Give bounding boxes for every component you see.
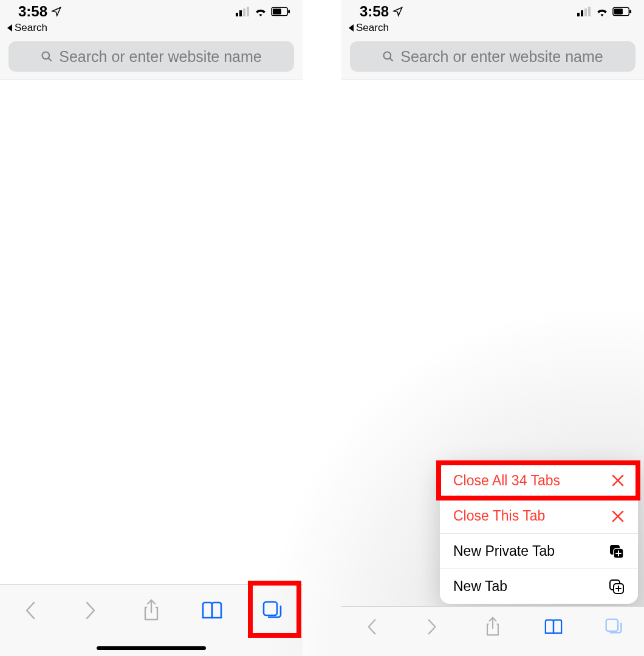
top-bar: 3:58 [0, 0, 303, 80]
svg-rect-3 [247, 7, 249, 16]
cellular-icon [577, 7, 592, 16]
svg-point-18 [384, 52, 391, 60]
tabs-button[interactable] [254, 592, 290, 629]
address-bar[interactable]: Search or enter website name [350, 41, 635, 72]
close-icon [611, 474, 625, 487]
address-placeholder: Search or enter website name [59, 48, 262, 66]
svg-rect-33 [606, 619, 618, 630]
location-icon [392, 6, 403, 17]
battery-icon [271, 7, 290, 16]
wifi-icon [254, 7, 267, 16]
share-button[interactable] [133, 592, 170, 629]
close-icon [611, 510, 625, 523]
wifi-icon [595, 7, 609, 16]
svg-line-19 [390, 58, 393, 61]
new-tab-icon [609, 579, 625, 595]
svg-rect-12 [581, 10, 583, 16]
menu-close-this-tab[interactable]: Close This Tab [440, 498, 638, 533]
bookmarks-button[interactable] [194, 592, 230, 629]
status-icons [236, 7, 290, 16]
menu-item-label: New Tab [453, 578, 507, 595]
bottom-toolbar [0, 584, 303, 656]
top-bar: 3:58 [341, 0, 644, 80]
search-icon [41, 50, 53, 63]
status-bar: 3:58 [0, 0, 303, 22]
search-icon [382, 50, 394, 63]
back-to-app[interactable]: Search [341, 22, 644, 38]
svg-rect-11 [577, 13, 580, 16]
menu-close-all-tabs[interactable]: Close All 34 Tabs [440, 463, 638, 498]
svg-rect-0 [236, 13, 238, 16]
menu-item-label: Close This Tab [453, 508, 545, 524]
menu-new-private-tab[interactable]: New Private Tab [440, 533, 638, 569]
status-bar: 3:58 [341, 0, 644, 22]
status-icons [577, 7, 632, 16]
back-to-app-label: Search [15, 22, 47, 34]
svg-rect-10 [264, 602, 277, 615]
svg-rect-16 [614, 9, 623, 14]
address-bar[interactable]: Search or enter website name [9, 41, 294, 72]
menu-item-label: Close All 34 Tabs [453, 473, 560, 489]
svg-rect-17 [629, 10, 631, 13]
menu-item-label: New Private Tab [453, 543, 555, 559]
tabs-context-menu: Close All 34 Tabs Close This Tab New Pri… [440, 463, 638, 604]
svg-rect-14 [588, 7, 591, 16]
bottom-toolbar [341, 606, 644, 656]
back-button[interactable] [12, 592, 49, 629]
screenshot-right: 3:58 [341, 0, 644, 656]
private-tab-icon [609, 544, 625, 559]
back-to-app-label: Search [356, 22, 389, 34]
battery-icon [612, 7, 632, 16]
forward-button[interactable] [414, 609, 450, 645]
status-time: 3:58 [18, 3, 47, 20]
forward-button[interactable] [72, 592, 109, 629]
address-placeholder: Search or enter website name [400, 48, 603, 66]
status-time: 3:58 [360, 3, 389, 20]
screenshot-left: 3:58 [0, 0, 303, 656]
tabs-button[interactable] [595, 609, 632, 645]
svg-rect-2 [243, 9, 245, 16]
back-to-app[interactable]: Search [0, 22, 303, 38]
share-button[interactable] [474, 609, 511, 645]
svg-line-8 [49, 58, 52, 61]
menu-new-tab[interactable]: New Tab [440, 569, 638, 604]
home-indicator [97, 646, 206, 650]
bookmarks-button[interactable] [535, 609, 572, 645]
svg-point-7 [43, 52, 50, 60]
cellular-icon [236, 7, 250, 16]
back-button[interactable] [354, 609, 390, 645]
location-icon [51, 6, 62, 17]
svg-rect-13 [584, 9, 587, 16]
svg-rect-1 [239, 10, 242, 16]
svg-rect-6 [288, 10, 290, 13]
svg-rect-5 [273, 9, 281, 14]
